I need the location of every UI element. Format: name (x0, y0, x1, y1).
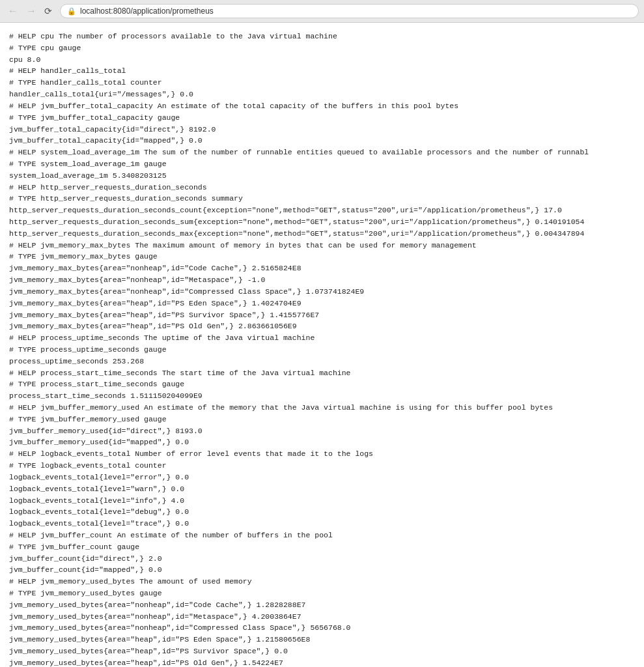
refresh-button[interactable]: ⟳ (42, 5, 55, 18)
content-area: # HELP cpu The number of processors avai… (0, 23, 644, 667)
nav-buttons: ← → ⟳ (5, 5, 55, 18)
address-bar[interactable]: 🔒 localhost:8080/application/prometheus (60, 4, 639, 18)
forward-button[interactable]: → (23, 5, 39, 18)
browser-chrome: ← → ⟳ 🔒 localhost:8080/application/prome… (0, 0, 644, 23)
url-text: localhost:8080/application/prometheus (80, 7, 214, 16)
lock-icon: 🔒 (67, 7, 76, 16)
metrics-output: # HELP cpu The number of processors avai… (9, 31, 635, 667)
back-button[interactable]: ← (5, 5, 21, 18)
